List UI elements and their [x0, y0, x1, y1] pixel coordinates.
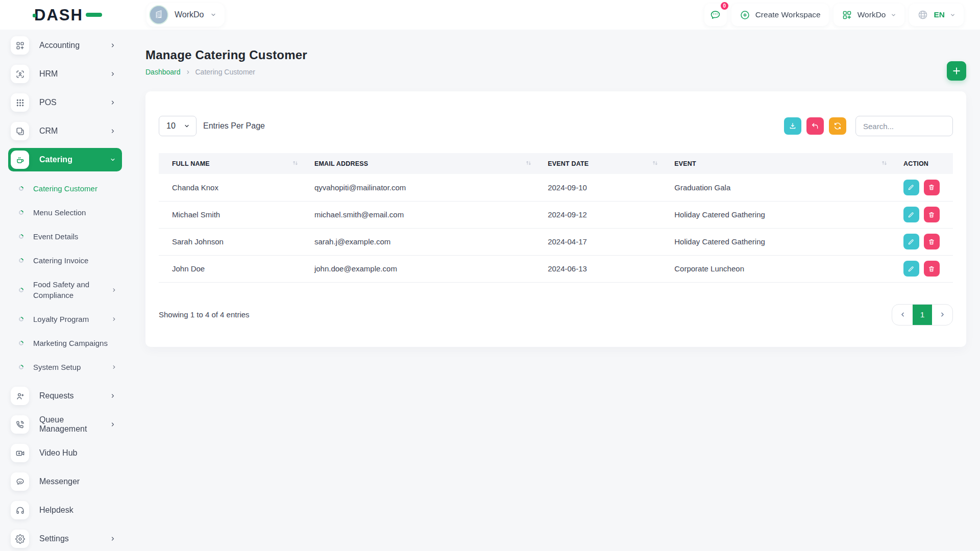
pencil-icon	[908, 238, 915, 245]
cell-event: Graduation Gala	[661, 174, 890, 201]
refresh-icon	[834, 122, 842, 130]
app-logo[interactable]: DASH	[0, 7, 130, 23]
sidebar-item-pos[interactable]: POS	[8, 91, 122, 114]
trash-icon	[928, 265, 935, 272]
breadcrumb-separator-icon	[185, 69, 191, 75]
chevron-right-icon	[110, 128, 116, 134]
pagination-page-1[interactable]: 1	[913, 305, 932, 325]
delete-button[interactable]	[924, 234, 940, 249]
chevron-right-icon	[111, 316, 117, 322]
table-row: Michael Smith michael.smith@email.com 20…	[159, 201, 953, 228]
sidebar-item-requests[interactable]: Requests	[8, 384, 122, 408]
edit-button[interactable]	[903, 207, 919, 222]
sort-icon	[652, 160, 658, 166]
sidebar-item-messenger[interactable]: Messenger	[8, 470, 122, 493]
pencil-icon	[908, 265, 915, 272]
bullet-icon	[18, 287, 24, 293]
sidebar-item-queue-management[interactable]: Queue Management	[8, 413, 122, 436]
catering-customer-table: FULL NAME EMAIL ADDRESS EVENT DATE	[159, 153, 953, 283]
crm-icon	[11, 122, 29, 140]
column-header-email[interactable]: EMAIL ADDRESS	[301, 153, 534, 174]
delete-button[interactable]	[924, 180, 940, 195]
cell-event-date: 2024-09-12	[534, 201, 661, 228]
pagination-next-button[interactable]	[932, 305, 952, 325]
edit-button[interactable]	[903, 234, 919, 249]
chat-icon	[709, 9, 721, 21]
gear-icon	[11, 530, 29, 548]
top-bar: DASH WorkDo	[0, 0, 980, 30]
chevron-right-icon	[939, 311, 946, 318]
export-button[interactable]	[784, 117, 801, 135]
apps-menu-label: WorkDo	[857, 10, 886, 19]
delete-button[interactable]	[924, 207, 940, 222]
sidebar-item-marketing-campaigns[interactable]: Marketing Campaigns	[8, 331, 122, 355]
refresh-button[interactable]	[829, 117, 846, 135]
workspace-avatar	[149, 5, 168, 24]
bullet-icon	[18, 340, 24, 346]
apps-menu-button[interactable]: WorkDo	[834, 4, 905, 26]
headphones-icon	[11, 501, 29, 519]
main-content: Manage Catering Customer Dashboard Cater…	[130, 30, 980, 551]
messages-badge: 0	[720, 1, 729, 11]
edit-button[interactable]	[903, 180, 919, 195]
hrm-icon	[11, 65, 29, 83]
logo-dash-accent	[86, 13, 102, 17]
cell-event: Corporate Luncheon	[661, 255, 890, 282]
sidebar-item-settings[interactable]: Settings	[8, 527, 122, 550]
sidebar-item-video-hub[interactable]: Video Hub	[8, 441, 122, 465]
sidebar-item-event-details[interactable]: Event Details	[8, 224, 122, 248]
breadcrumb-dashboard-link[interactable]: Dashboard	[145, 68, 181, 76]
bullet-icon	[18, 185, 24, 192]
cell-full-name: Michael Smith	[159, 201, 301, 228]
messages-button[interactable]: 0	[704, 4, 727, 26]
column-header-action: ACTION	[890, 153, 953, 174]
trash-icon	[928, 238, 935, 245]
add-customer-button[interactable]	[947, 61, 966, 81]
sidebar: Accounting HRM	[0, 30, 130, 551]
plus-icon	[951, 66, 962, 76]
apps-grid-icon	[842, 10, 852, 20]
column-header-full-name[interactable]: FULL NAME	[159, 153, 301, 174]
sidebar-item-catering-customer[interactable]: Catering Customer	[8, 177, 122, 201]
breadcrumb: Dashboard Catering Customer	[145, 68, 966, 76]
cell-event-date: 2024-04-17	[534, 228, 661, 255]
workspace-switcher[interactable]: WorkDo	[146, 3, 225, 27]
trash-icon	[928, 184, 935, 191]
cell-event: Holiday Catered Gathering	[661, 201, 890, 228]
reset-button[interactable]	[806, 117, 824, 135]
sidebar-item-food-safety[interactable]: Food Safety and Compliance	[8, 272, 122, 307]
sidebar-item-accounting[interactable]: Accounting	[8, 34, 122, 57]
globe-icon	[917, 9, 928, 20]
entries-summary: Showing 1 to 4 of 4 entries	[159, 310, 250, 319]
cell-event-date: 2024-09-10	[534, 174, 661, 201]
search-input[interactable]	[855, 116, 953, 136]
workspace-name: WorkDo	[175, 10, 204, 19]
create-workspace-button[interactable]: Create Workspace	[731, 4, 829, 26]
sidebar-item-catering-invoice[interactable]: Catering Invoice	[8, 248, 122, 272]
sidebar-item-system-setup[interactable]: System Setup	[8, 355, 122, 379]
sidebar-item-hrm[interactable]: HRM	[8, 62, 122, 86]
sidebar-item-crm[interactable]: CRM	[8, 119, 122, 143]
pagination-prev-button[interactable]	[892, 305, 913, 325]
chevron-right-icon	[110, 42, 116, 48]
cell-email: sarah.j@example.com	[301, 228, 534, 255]
sidebar-item-helpdesk[interactable]: Helpdesk	[8, 498, 122, 522]
chevron-down-icon	[950, 12, 955, 18]
cell-full-name: John Doe	[159, 255, 301, 282]
cell-email: john.doe@example.com	[301, 255, 534, 282]
chevron-down-icon	[891, 12, 896, 18]
chevron-right-icon	[110, 421, 116, 428]
sidebar-item-loyalty-program[interactable]: Loyalty Program	[8, 307, 122, 331]
column-header-event[interactable]: EVENT	[661, 153, 890, 174]
delete-button[interactable]	[924, 261, 940, 277]
table-row: Sarah Johnson sarah.j@example.com 2024-0…	[159, 228, 953, 255]
bullet-icon	[18, 364, 24, 370]
language-menu-button[interactable]: EN	[909, 4, 964, 26]
page-title: Manage Catering Customer	[145, 48, 966, 62]
entries-per-page-select[interactable]: 10	[159, 116, 197, 136]
edit-button[interactable]	[903, 261, 919, 277]
sidebar-item-menu-selection[interactable]: Menu Selection	[8, 201, 122, 224]
chevron-down-icon	[110, 157, 116, 163]
sidebar-item-catering[interactable]: Catering	[8, 148, 122, 171]
column-header-event-date[interactable]: EVENT DATE	[534, 153, 661, 174]
